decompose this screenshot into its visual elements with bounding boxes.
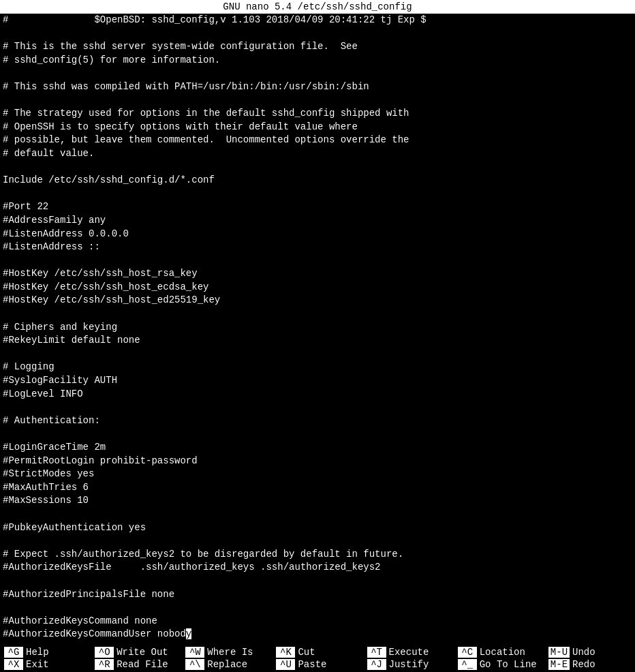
shortcut-key-go-to-line: ^_ [458,659,477,670]
shortcut-label-exit: Exit [26,659,49,670]
shortcut-key-read-file: ^R [95,659,114,670]
shortcut-where-is[interactable]: ^WWhere Is [181,646,272,658]
shortcut-key-help: ^G [4,647,23,658]
shortcut-label-where-is: Where Is [207,647,253,658]
shortcut-label-help: Help [26,647,49,658]
shortcut-label-undo: Undo [572,647,595,658]
shortcut-read-file[interactable]: ^RRead File [91,658,181,671]
shortcut-exit[interactable]: ^XExit [0,658,91,671]
shortcut-key-write-out: ^O [95,647,114,658]
shortcut-write-out[interactable]: ^OWrite Out [91,646,181,658]
editor-content[interactable]: # $OpenBSD: sshd_config,v 1.103 2018/04/… [0,14,635,645]
shortcut-label-cut: Cut [298,647,315,658]
shortcut-label-paste: Paste [298,659,326,670]
shortcut-label-execute: Execute [389,647,429,658]
shortcut-key-location: ^C [458,647,477,658]
shortcut-help[interactable]: ^GHelp [0,646,91,658]
title-bar: GNU nano 5.4 /etc/ssh/sshd_config [0,0,635,14]
shortcut-key-paste: ^U [276,659,295,670]
shortcut-location[interactable]: ^CLocation [454,646,544,658]
shortcut-key-execute: ^T [367,647,386,658]
file-name: /etc/ssh/sshd_config [298,1,412,12]
shortcuts-bar: ^GHelp^OWrite Out^WWhere Is^KCut^TExecut… [0,645,635,672]
app-name: GNU nano 5.4 [223,1,292,12]
nano-editor: GNU nano 5.4 /etc/ssh/sshd_config # $Ope… [0,0,635,672]
shortcut-key-justify: ^J [367,659,386,670]
shortcut-go-to-line[interactable]: ^_Go To Line [454,658,544,671]
shortcut-key-cut: ^K [276,647,295,658]
shortcut-row-1: ^XExit^RRead File^\Replace^UPaste^JJusti… [0,658,635,671]
shortcut-label-replace: Replace [207,659,247,670]
shortcut-replace[interactable]: ^\Replace [181,658,272,671]
shortcut-label-redo: Redo [572,659,595,670]
shortcut-execute[interactable]: ^TExecute [363,646,454,658]
shortcut-label-location: Location [480,647,525,658]
shortcut-key-undo: M-U [548,647,570,658]
shortcut-row-0: ^GHelp^OWrite Out^WWhere Is^KCut^TExecut… [0,646,635,658]
shortcut-key-exit: ^X [4,659,23,670]
shortcut-justify[interactable]: ^JJustify [363,658,454,671]
text-cursor: y [186,628,191,639]
shortcut-label-justify: Justify [389,659,429,670]
shortcut-redo[interactable]: M-ERedo [544,658,635,671]
shortcut-label-go-to-line: Go To Line [480,659,537,670]
shortcut-key-where-is: ^W [185,647,204,658]
shortcut-undo[interactable]: M-UUndo [544,646,635,658]
shortcut-label-read-file: Read File [117,659,168,670]
shortcut-key-replace: ^\ [185,659,204,670]
shortcut-cut[interactable]: ^KCut [272,646,362,658]
shortcut-label-write-out: Write Out [117,647,168,658]
shortcut-key-redo: M-E [548,659,570,670]
shortcut-paste[interactable]: ^UPaste [272,658,362,671]
